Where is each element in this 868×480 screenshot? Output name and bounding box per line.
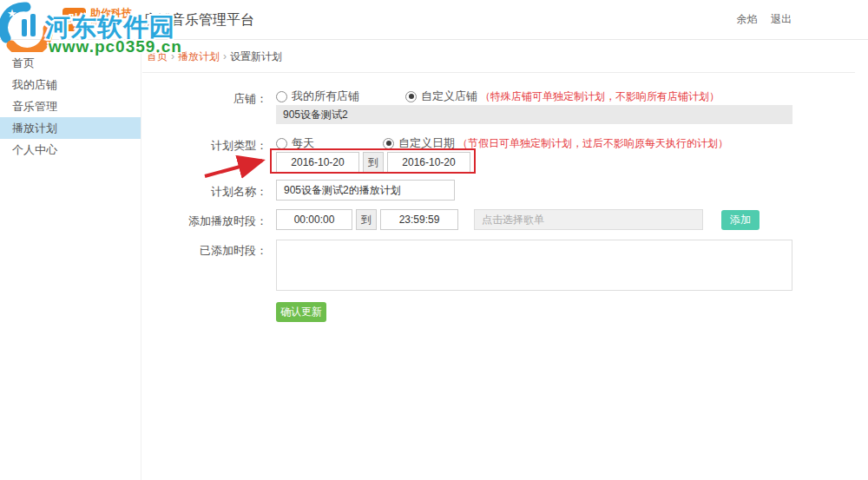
time-to-input[interactable] xyxy=(380,209,458,230)
main-content: 首页›播放计划›设置新计划 店铺： 我的所有店铺 自定义店铺 （特殊店铺可单独定… xyxy=(142,40,868,480)
brand-logo-icon: 助 xyxy=(62,8,86,31)
breadcrumb-current: 设置新计划 xyxy=(230,50,282,62)
add-period-label: 添加播放时段： xyxy=(142,214,267,229)
date-range-group: 到 xyxy=(276,152,470,173)
time-from-input[interactable] xyxy=(276,209,352,230)
breadcrumb: 首页›播放计划›设置新计划 xyxy=(142,40,855,73)
selected-shop-box: 905设备测试2 xyxy=(276,105,792,124)
breadcrumb-separator: › xyxy=(223,50,227,62)
time-range-group: 到 xyxy=(276,209,458,230)
sidebar-item-play-plan[interactable]: 播放计划 xyxy=(0,117,141,139)
daily-option-label[interactable]: 每天 xyxy=(292,135,314,151)
add-period-button[interactable]: 添加 xyxy=(721,210,760,230)
plan-name-label: 计划名称： xyxy=(142,184,267,200)
brand-domain: zhunikeji.com xyxy=(90,20,127,26)
date-from-input[interactable] xyxy=(276,152,359,173)
page-title: 店铺音乐管理平台 xyxy=(143,0,254,39)
all-shops-radio[interactable] xyxy=(276,91,287,102)
sidebar-item-home[interactable]: 首页 xyxy=(0,52,141,74)
custom-date-option-label[interactable]: 自定义日期 xyxy=(398,135,455,151)
all-shops-option-label[interactable]: 我的所有店铺 xyxy=(292,89,359,104)
added-periods-box[interactable] xyxy=(276,240,792,291)
confirm-update-button[interactable]: 确认更新 xyxy=(276,302,326,322)
logout-link[interactable]: 退出 xyxy=(771,13,792,25)
added-periods-label: 已添加时段： xyxy=(142,243,267,259)
daily-radio[interactable] xyxy=(276,138,287,149)
custom-date-radio[interactable] xyxy=(383,138,394,149)
sidebar-nav: 首页 我的店铺 音乐管理 播放计划 个人中心 xyxy=(0,40,141,480)
date-to-input[interactable] xyxy=(387,152,470,173)
plan-type-note: （节假日可单独定制计划，过后不影响原每天执行的计划） xyxy=(457,136,728,151)
plan-name-input[interactable] xyxy=(276,180,455,201)
breadcrumb-home[interactable]: 首页 xyxy=(147,50,168,62)
breadcrumb-play-plan[interactable]: 播放计划 xyxy=(178,50,220,62)
user-area: 余焰 退出 xyxy=(727,0,792,39)
brand-name: 助你科技 xyxy=(90,8,132,19)
top-header: 助 助你科技 zhunikeji.com 店铺音乐管理平台 余焰 退出 xyxy=(0,0,868,40)
date-to-addon: 到 xyxy=(363,152,384,173)
shop-options: 我的所有店铺 自定义店铺 （特殊店铺可单独定制计划，不影响所有店铺计划） xyxy=(276,89,720,104)
sidebar-item-music-management[interactable]: 音乐管理 xyxy=(0,95,141,117)
username-link[interactable]: 余焰 xyxy=(737,13,758,25)
time-to-addon: 到 xyxy=(356,209,377,230)
plan-type-label: 计划类型： xyxy=(142,138,267,154)
breadcrumb-separator: › xyxy=(171,50,174,62)
custom-shop-option-label[interactable]: 自定义店铺 xyxy=(421,89,477,104)
shop-label: 店铺： xyxy=(142,91,267,107)
shop-note: （特殊店铺可单独定制计划，不影响所有店铺计划） xyxy=(480,89,720,104)
custom-shop-radio[interactable] xyxy=(405,91,417,102)
sidebar-item-my-shops[interactable]: 我的店铺 xyxy=(0,74,141,95)
playlist-select-input[interactable] xyxy=(474,209,703,230)
sidebar-item-personal-center[interactable]: 个人中心 xyxy=(0,139,141,161)
plan-type-options: 每天 自定义日期 （节假日可单独定制计划，过后不影响原每天执行的计划） xyxy=(276,135,728,151)
